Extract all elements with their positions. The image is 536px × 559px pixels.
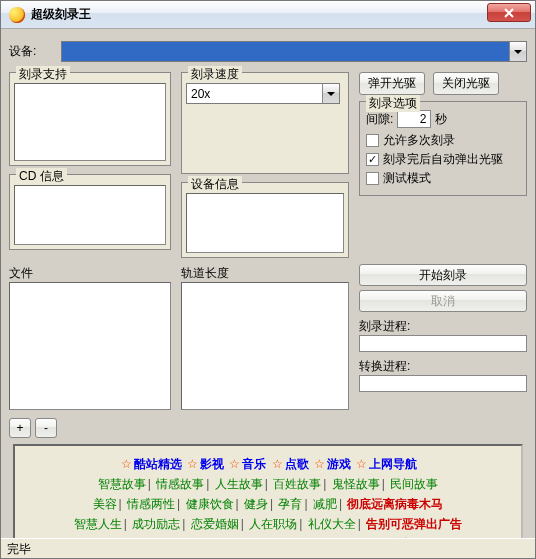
cd-info-list[interactable] bbox=[14, 185, 166, 245]
nav-link[interactable]: 音乐 bbox=[242, 457, 266, 471]
start-burn-button[interactable]: 开始刻录 bbox=[359, 264, 527, 286]
nav-link-special[interactable]: 告别可恶弹出广告 bbox=[366, 517, 462, 531]
nav-link[interactable]: 百姓故事 bbox=[273, 477, 321, 491]
device-info-list[interactable] bbox=[186, 193, 344, 253]
nav-link[interactable]: 游戏 bbox=[327, 457, 351, 471]
nav-link[interactable]: 上网导航 bbox=[369, 457, 417, 471]
track-header: 轨道长度 bbox=[181, 264, 349, 282]
cancel-button: 取消 bbox=[359, 290, 527, 312]
status-bar: 完毕 bbox=[1, 538, 535, 558]
speed-select[interactable]: 20x bbox=[186, 83, 340, 104]
file-header: 文件 bbox=[9, 264, 171, 282]
device-label: 设备: bbox=[9, 43, 61, 60]
nav-row-4: 智慧人生| 成功励志| 恋爱婚姻| 人在职场| 礼仪大全| 告别可恶弹出广告 bbox=[21, 514, 515, 534]
cd-info-group: CD 信息 bbox=[9, 174, 171, 250]
burn-speed-group: 刻录速度 20x bbox=[181, 72, 349, 174]
test-mode-checkbox[interactable]: 测试模式 bbox=[366, 170, 520, 187]
nav-link[interactable]: 健身 bbox=[244, 497, 268, 511]
burn-support-group: 刻录支持 bbox=[9, 72, 171, 166]
chevron-down-icon bbox=[509, 42, 526, 61]
convert-progress-bar bbox=[359, 375, 527, 392]
speed-value: 20x bbox=[191, 87, 210, 101]
nav-link[interactable]: 恋爱婚姻 bbox=[191, 517, 239, 531]
nav-row-2: 智慧故事| 情感故事| 人生故事| 百姓故事| 鬼怪故事| 民间故事 bbox=[21, 474, 515, 494]
nav-link[interactable]: 健康饮食 bbox=[186, 497, 234, 511]
device-info-caption: 设备信息 bbox=[188, 176, 242, 193]
nav-link[interactable]: 人生故事 bbox=[215, 477, 263, 491]
nav-top-row: ☆酷站精选 ☆影视 ☆音乐 ☆点歌 ☆游戏 ☆上网导航 bbox=[21, 454, 515, 474]
nav-link[interactable]: 酷站精选 bbox=[134, 457, 182, 471]
nav-link[interactable]: 情感两性 bbox=[127, 497, 175, 511]
nav-link-special[interactable]: 彻底远离病毒木马 bbox=[347, 497, 443, 511]
burn-speed-caption: 刻录速度 bbox=[188, 66, 242, 83]
close-icon bbox=[504, 8, 514, 18]
title-bar: 超级刻录王 bbox=[1, 1, 535, 29]
nav-link[interactable]: 美容 bbox=[93, 497, 117, 511]
gap-label: 间隙: bbox=[366, 111, 393, 128]
nav-link[interactable]: 减肥 bbox=[313, 497, 337, 511]
nav-link[interactable]: 孕育 bbox=[278, 497, 302, 511]
remove-button[interactable]: - bbox=[35, 418, 57, 438]
gap-unit: 秒 bbox=[435, 111, 447, 128]
burn-options-group: 刻录选项 间隙: 秒 允许多次刻录 刻录完后自动弹出光驱 测试模式 bbox=[359, 101, 527, 196]
cd-info-caption: CD 信息 bbox=[16, 168, 67, 185]
close-tray-button[interactable]: 关闭光驱 bbox=[433, 72, 499, 95]
burn-progress-label: 刻录进程: bbox=[359, 318, 527, 335]
nav-link[interactable]: 智慧故事 bbox=[98, 477, 146, 491]
gap-input[interactable] bbox=[397, 110, 431, 128]
burn-support-caption: 刻录支持 bbox=[16, 66, 70, 83]
nav-link[interactable]: 点歌 bbox=[285, 457, 309, 471]
app-icon bbox=[9, 7, 25, 23]
nav-link[interactable]: 鬼怪故事 bbox=[332, 477, 380, 491]
convert-progress-label: 转换进程: bbox=[359, 358, 527, 375]
nav-link[interactable]: 人在职场 bbox=[249, 517, 297, 531]
track-list[interactable] bbox=[181, 282, 349, 410]
burn-options-caption: 刻录选项 bbox=[366, 95, 420, 112]
window-title: 超级刻录王 bbox=[31, 6, 91, 23]
device-combo[interactable] bbox=[61, 41, 527, 62]
add-button[interactable]: + bbox=[9, 418, 31, 438]
nav-link[interactable]: 影视 bbox=[200, 457, 224, 471]
close-button[interactable] bbox=[487, 3, 531, 22]
multi-burn-checkbox[interactable]: 允许多次刻录 bbox=[366, 132, 520, 149]
device-info-group: 设备信息 bbox=[181, 182, 349, 258]
nav-link[interactable]: 礼仪大全 bbox=[308, 517, 356, 531]
chevron-down-icon bbox=[322, 84, 339, 103]
nav-link[interactable]: 智慧人生 bbox=[74, 517, 122, 531]
nav-link[interactable]: 民间故事 bbox=[390, 477, 438, 491]
auto-eject-checkbox[interactable]: 刻录完后自动弹出光驱 bbox=[366, 151, 520, 168]
nav-link[interactable]: 成功励志 bbox=[132, 517, 180, 531]
burn-progress-bar bbox=[359, 335, 527, 352]
nav-row-3: 美容| 情感两性| 健康饮食| 健身| 孕育| 减肥| 彻底远离病毒木马 bbox=[21, 494, 515, 514]
burn-support-list[interactable] bbox=[14, 83, 166, 161]
eject-button[interactable]: 弹开光驱 bbox=[359, 72, 425, 95]
file-list[interactable] bbox=[9, 282, 171, 410]
nav-link[interactable]: 情感故事 bbox=[156, 477, 204, 491]
